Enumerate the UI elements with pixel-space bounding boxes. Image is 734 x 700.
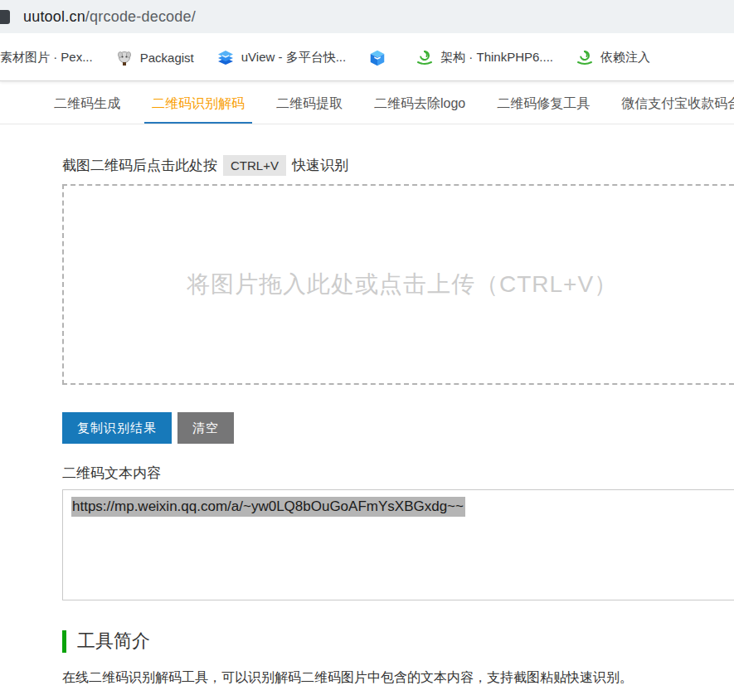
main-content: 截图二维码后点击此处按 CTRL+V 快速识别 将图片拖入此处或点击上传（CTR… xyxy=(0,154,734,700)
intro-description: 在线二维码识别解码工具，可以识别解码二维码图片中包含的文本内容，支持截图粘贴快速… xyxy=(62,668,734,687)
thinkphp-leaf-icon xyxy=(576,49,594,67)
tab-qrcode-repair[interactable]: 二维码修复工具 xyxy=(495,88,591,124)
bookmark-thinkphp[interactable]: 架构 · ThinkPHP6.... xyxy=(416,49,553,67)
tab-qrcode-generate[interactable]: 二维码生成 xyxy=(52,88,122,124)
packagist-icon xyxy=(115,49,134,67)
image-upload-dropzone[interactable]: 将图片拖入此处或点击上传（CTRL+V） xyxy=(62,184,734,385)
bookmark-label: uView - 多平台快... xyxy=(241,50,346,66)
url-text: uutool.cn/qrcode-decode/ xyxy=(23,8,196,26)
action-buttons: 复制识别结果 清空 xyxy=(62,412,734,444)
page: 二维码生成 二维码识别解码 二维码提取 二维码去除logo 二维码修复工具 微信… xyxy=(0,88,734,700)
intro-heading: 工具简介 xyxy=(62,629,734,654)
tool-tabs: 二维码生成 二维码识别解码 二维码提取 二维码去除logo 二维码修复工具 微信… xyxy=(0,88,734,124)
url-domain: uutool.cn xyxy=(23,8,85,25)
uview-layers-icon xyxy=(216,49,235,67)
tab-qrcode-extract[interactable]: 二维码提取 xyxy=(275,88,344,124)
bookmark-dependency-injection[interactable]: 依赖注入 xyxy=(576,49,650,67)
tab-qrcode-remove-logo[interactable]: 二维码去除logo xyxy=(372,88,467,124)
result-textarea[interactable]: https://mp.weixin.qq.com/a/~yw0LQ8bOuGoA… xyxy=(62,489,734,600)
bookmarks-bar: 素材图片 · Pex... Packagist xyxy=(0,33,734,81)
bookmark-pexels[interactable]: 素材图片 · Pex... xyxy=(0,50,93,66)
result-label: 二维码文本内容 xyxy=(62,464,734,483)
bookmark-label: 依赖注入 xyxy=(600,50,650,66)
tool-intro-section: 工具简介 在线二维码识别解码工具，可以识别解码二维码图片中包含的文本内容，支持截… xyxy=(62,629,734,700)
paste-hint-before: 截图二维码后点击此处按 xyxy=(62,156,217,175)
clear-button[interactable]: 清空 xyxy=(177,412,234,444)
dropzone-placeholder: 将图片拖入此处或点击上传（CTRL+V） xyxy=(187,269,618,300)
paste-hint-after: 快速识别 xyxy=(292,156,348,175)
bookmark-cube[interactable] xyxy=(368,49,393,67)
bookmark-label: 架构 · ThinkPHP6.... xyxy=(440,50,553,66)
url-path: /qrcode-decode/ xyxy=(85,8,196,25)
bookmark-uview[interactable]: uView - 多平台快... xyxy=(216,49,346,67)
decoded-url-text: https://mp.weixin.qq.com/a/~yw0LQ8bOuGoA… xyxy=(71,497,465,517)
thinkphp-leaf-icon xyxy=(416,49,434,67)
copy-result-button[interactable]: 复制识别结果 xyxy=(62,412,172,444)
bookmark-label: Packagist xyxy=(140,51,194,65)
browser-chrome: uutool.cn/qrcode-decode/ 素材图片 · Pex... P… xyxy=(0,0,734,81)
bookmark-packagist[interactable]: Packagist xyxy=(115,49,194,67)
ctrl-v-key-badge: CTRL+V xyxy=(223,155,286,176)
site-info-icon[interactable] xyxy=(0,10,10,24)
tab-payment-code-merge[interactable]: 微信支付宝收款码合并 xyxy=(620,88,734,124)
paste-hint: 截图二维码后点击此处按 CTRL+V 快速识别 xyxy=(62,154,734,176)
blue-cube-icon xyxy=(368,49,386,67)
address-bar[interactable]: uutool.cn/qrcode-decode/ xyxy=(0,0,734,33)
intro-title-text: 工具简介 xyxy=(77,629,150,654)
bookmark-label: 素材图片 · Pex... xyxy=(0,50,93,66)
green-accent-bar xyxy=(62,630,66,653)
tab-qrcode-decode[interactable]: 二维码识别解码 xyxy=(150,88,246,124)
